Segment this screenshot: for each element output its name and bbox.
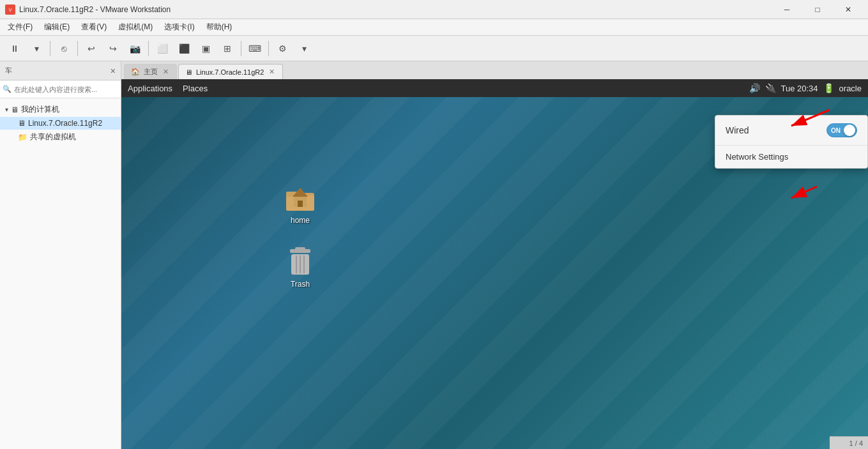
battery-icon: 🔋 bbox=[823, 83, 834, 93]
desktop-icon-trash[interactable]: Trash bbox=[275, 244, 326, 291]
toggle-on-label: ON bbox=[831, 127, 841, 134]
snapshot-forward[interactable]: ↪ bbox=[103, 40, 123, 57]
window-controls: ─ □ ✕ bbox=[772, 0, 863, 19]
vm-tab-icon: 🖥 bbox=[185, 68, 192, 76]
sidebar-my-computer-label: 我的计算机 bbox=[21, 104, 59, 115]
sidebar-title: 车 bbox=[5, 66, 12, 75]
svg-rect-7 bbox=[298, 201, 303, 207]
tabs-bar: 🏠 主页 ✕ 🖥 Linux.7.Oracle.11gR2 ✕ bbox=[121, 61, 868, 79]
tab-home[interactable]: 🏠 主页 ✕ bbox=[124, 64, 177, 79]
tab-home-label: 主页 bbox=[144, 67, 158, 77]
vm-icon: 🖥 bbox=[18, 119, 26, 128]
wired-toggle[interactable]: ON bbox=[826, 123, 857, 137]
sidebar-item-shared-vms[interactable]: 📁 共享的虚拟机 bbox=[0, 130, 121, 144]
tab-home-close[interactable]: ✕ bbox=[162, 68, 170, 76]
audio-icon[interactable]: 🔊 bbox=[749, 83, 760, 93]
minimize-button[interactable]: ─ bbox=[772, 0, 802, 19]
tabs-area: 🏠 主页 ✕ 🖥 Linux.7.Oracle.11gR2 ✕ Applicat… bbox=[121, 61, 868, 449]
maximize-button[interactable]: □ bbox=[803, 0, 832, 19]
home-icon-label: home bbox=[291, 216, 310, 225]
trash-folder-icon bbox=[285, 247, 316, 277]
gnome-places-menu[interactable]: Places bbox=[183, 84, 208, 93]
title-bar: V Linux.7.Oracle.11gR2 - VMware Workstat… bbox=[0, 0, 868, 19]
sidebar-linux-vm-label: Linux.7.Oracle.11gR2 bbox=[28, 119, 102, 128]
separator-5 bbox=[268, 41, 269, 56]
view-normal[interactable]: ⬜ bbox=[153, 40, 172, 57]
network-settings-label: Network Settings bbox=[726, 152, 788, 162]
app-icon: V bbox=[5, 4, 15, 15]
console-button[interactable]: ⌨ bbox=[245, 40, 264, 57]
network-settings-row[interactable]: Network Settings bbox=[715, 146, 867, 168]
network-wired-label: Wired bbox=[726, 125, 826, 135]
home-folder-icon bbox=[285, 183, 316, 213]
sidebar: 车 × 🔍 ▾ 🖥 我的计算机 🖥 Linux.7.Oracle.11gR2 📁 bbox=[0, 61, 121, 449]
power-button[interactable]: ⏸ bbox=[5, 40, 24, 57]
separator-4 bbox=[241, 41, 241, 56]
search-input[interactable] bbox=[14, 86, 118, 93]
close-button[interactable]: ✕ bbox=[834, 0, 863, 19]
sidebar-close-button[interactable]: × bbox=[110, 66, 116, 76]
vm-screen[interactable]: Applications Places 🔊 🔌 Tue 20:34 🔋 orac… bbox=[121, 79, 868, 449]
svg-rect-9 bbox=[295, 247, 305, 250]
tab-linux-vm[interactable]: 🖥 Linux.7.Oracle.11gR2 ✕ bbox=[178, 64, 283, 79]
gnome-applications-menu[interactable]: Applications bbox=[128, 84, 172, 93]
menu-file[interactable]: 文件(F) bbox=[3, 20, 38, 34]
menu-tabs[interactable]: 选项卡(I) bbox=[159, 20, 199, 34]
toolbar-arrow[interactable]: ▾ bbox=[27, 40, 46, 57]
sidebar-item-my-computer[interactable]: ▾ 🖥 我的计算机 bbox=[0, 102, 121, 117]
sidebar-group-my-computer: ▾ 🖥 我的计算机 🖥 Linux.7.Oracle.11gR2 📁 共享的虚拟… bbox=[0, 101, 121, 146]
gnome-clock[interactable]: Tue 20:34 bbox=[781, 84, 818, 93]
view-unity[interactable]: ▣ bbox=[196, 40, 215, 57]
gnome-user-label[interactable]: oracle bbox=[839, 84, 862, 93]
menu-bar: 文件(F) 编辑(E) 查看(V) 虚拟机(M) 选项卡(I) 帮助(H) bbox=[0, 19, 868, 36]
gnome-topbar-right: 🔊 🔌 Tue 20:34 🔋 oracle bbox=[749, 83, 862, 93]
sidebar-content: ▾ 🖥 我的计算机 🖥 Linux.7.Oracle.11gR2 📁 共享的虚拟… bbox=[0, 98, 121, 449]
main-area: 车 × 🔍 ▾ 🖥 我的计算机 🖥 Linux.7.Oracle.11gR2 📁 bbox=[0, 61, 868, 449]
sidebar-search-bar[interactable]: 🔍 bbox=[0, 80, 121, 98]
desktop-icon-home[interactable]: home bbox=[275, 180, 326, 227]
menu-edit[interactable]: 编辑(E) bbox=[39, 20, 75, 34]
menu-help[interactable]: 帮助(H) bbox=[201, 20, 238, 34]
computer-icon: 🖥 bbox=[11, 105, 19, 114]
send-ctrl-alt-del[interactable]: ⎋ bbox=[54, 40, 73, 57]
separator-2 bbox=[77, 41, 78, 56]
sidebar-shared-vms-label: 共享的虚拟机 bbox=[30, 132, 76, 142]
view-stretch[interactable]: ⊞ bbox=[218, 40, 237, 57]
sidebar-header: 车 × bbox=[0, 61, 121, 80]
search-icon: 🔍 bbox=[3, 85, 11, 93]
toolbar: ⏸ ▾ ⎋ ↩ ↪ 📷 ⬜ ⬛ ▣ ⊞ ⌨ ⚙ ▾ bbox=[0, 36, 868, 61]
sidebar-item-linux-vm[interactable]: 🖥 Linux.7.Oracle.11gR2 bbox=[0, 117, 121, 130]
home-tab-icon: 🏠 bbox=[131, 68, 140, 76]
vm-scrollbar[interactable]: 1 / 4 bbox=[830, 436, 868, 449]
view-fullscreen[interactable]: ⬛ bbox=[174, 40, 194, 57]
expand-arrow-icon: ▾ bbox=[5, 106, 8, 113]
gnome-desktop[interactable]: home bbox=[121, 97, 868, 449]
trash-icon-label: Trash bbox=[291, 280, 310, 289]
snapshot-back[interactable]: ↩ bbox=[82, 40, 101, 57]
separator-1 bbox=[50, 41, 50, 56]
network-icon[interactable]: 🔌 bbox=[765, 83, 776, 93]
tab-linux-vm-close[interactable]: ✕ bbox=[268, 68, 276, 76]
page-info: 1 / 4 bbox=[849, 439, 863, 447]
settings-arrow[interactable]: ▾ bbox=[294, 40, 314, 57]
shared-icon: 📁 bbox=[18, 133, 27, 142]
window-title: Linux.7.Oracle.11gR2 - VMware Workstatio… bbox=[19, 5, 772, 14]
separator-3 bbox=[148, 41, 149, 56]
gnome-topbar: Applications Places 🔊 🔌 Tue 20:34 🔋 orac… bbox=[121, 79, 868, 97]
gnome-topbar-left: Applications Places bbox=[128, 84, 208, 93]
toggle-knob bbox=[844, 125, 855, 136]
menu-vm[interactable]: 虚拟机(M) bbox=[113, 20, 158, 34]
tab-linux-vm-label: Linux.7.Oracle.11gR2 bbox=[196, 68, 264, 76]
vm-settings[interactable]: ⚙ bbox=[273, 40, 292, 57]
snapshot-take[interactable]: 📷 bbox=[125, 40, 144, 57]
svg-line-16 bbox=[791, 186, 817, 198]
network-popup: Wired ON Network Settings bbox=[715, 115, 868, 169]
svg-text:V: V bbox=[9, 8, 12, 12]
menu-view[interactable]: 查看(V) bbox=[76, 20, 112, 34]
network-wired-row: Wired ON bbox=[715, 116, 867, 146]
